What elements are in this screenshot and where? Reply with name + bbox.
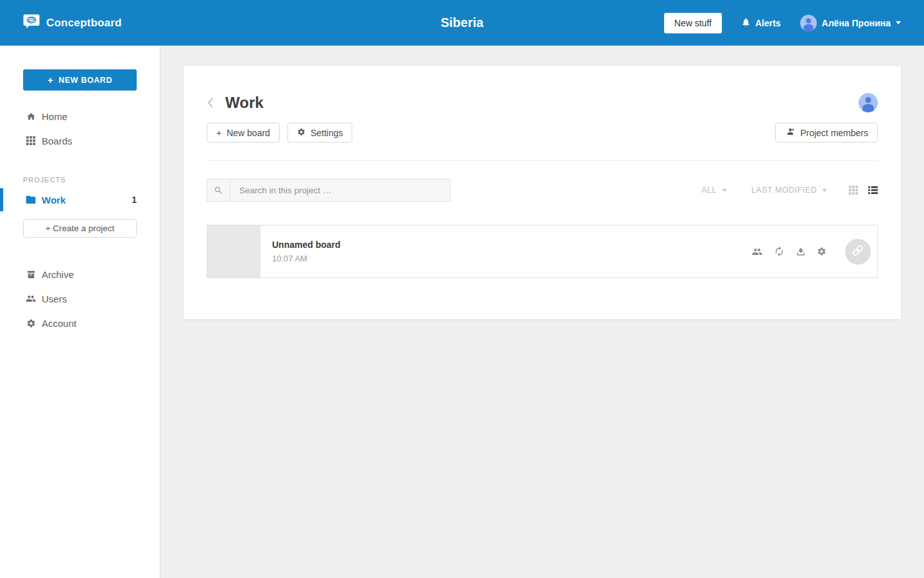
project-title: Work xyxy=(225,94,264,112)
board-actions xyxy=(751,239,877,265)
board-row[interactable]: Unnamed board 10:07 AM xyxy=(207,225,878,278)
search-icon xyxy=(207,179,230,201)
conceptboard-logo-icon xyxy=(23,14,40,31)
project-members-button[interactable]: Project members xyxy=(775,123,878,143)
brand-logo[interactable]: Conceptboard xyxy=(23,14,122,31)
main-content: Work + New board Settings xyxy=(160,46,924,578)
plus-icon: + xyxy=(216,128,221,138)
sidebar-item-label: Home xyxy=(42,111,67,122)
project-members-label: Project members xyxy=(800,128,868,138)
folder-icon xyxy=(26,195,36,204)
user-menu[interactable]: Алёна Пронина xyxy=(800,15,901,31)
projects-heading: PROJECTS xyxy=(23,176,160,184)
sidebar-item-users[interactable]: Users xyxy=(0,286,160,311)
user-name: Алёна Пронина xyxy=(822,18,891,28)
sidebar: + NEW BOARD Home Boards PROJECTS xyxy=(0,46,160,578)
board-settings-gear-icon[interactable] xyxy=(817,247,826,256)
sidebar-item-label: Users xyxy=(42,293,67,304)
alerts-button[interactable]: Alerts xyxy=(741,17,781,29)
new-board-card-label: New board xyxy=(227,128,270,138)
view-filters: ALL LAST MODIFIED xyxy=(701,186,878,195)
chevron-down-icon xyxy=(822,189,827,192)
sort-dropdown[interactable]: LAST MODIFIED xyxy=(751,186,827,195)
person-add-icon xyxy=(785,128,795,138)
sidebar-item-archive[interactable]: Archive xyxy=(0,262,160,286)
board-info: Unnamed board 10:07 AM xyxy=(261,240,341,263)
create-project-button[interactable]: + Create a project xyxy=(23,219,137,238)
board-members-icon[interactable] xyxy=(751,247,763,256)
board-title: Unnamed board xyxy=(272,240,341,250)
project-header: Work xyxy=(207,93,878,112)
grid-view-icon[interactable] xyxy=(849,186,858,195)
project-label: Work xyxy=(42,195,65,206)
board-thumbnail[interactable] xyxy=(207,225,261,277)
filter-all-dropdown[interactable]: ALL xyxy=(701,186,727,195)
list-view-icon[interactable] xyxy=(868,186,878,195)
bell-icon xyxy=(741,17,751,29)
new-board-button-card[interactable]: + New board xyxy=(207,123,280,143)
board-modified-time: 10:07 AM xyxy=(272,254,341,263)
sort-label: LAST MODIFIED xyxy=(751,186,817,195)
sidebar-item-label: Archive xyxy=(42,269,74,280)
settings-label: Settings xyxy=(311,128,343,138)
user-avatar xyxy=(800,15,817,31)
users-icon xyxy=(26,294,36,303)
top-bar: Conceptboard Siberia New stuff Alerts Ал… xyxy=(0,0,924,46)
divider xyxy=(207,160,878,161)
sync-icon[interactable] xyxy=(774,246,785,257)
topbar-actions: New stuff Alerts Алёна Пронина xyxy=(664,13,901,33)
sidebar-nav: Home Boards xyxy=(0,104,160,153)
boards-grid-icon xyxy=(26,136,36,145)
board-link-button[interactable] xyxy=(845,239,871,265)
sidebar-project-work[interactable]: Work 1 xyxy=(0,188,160,211)
gear-icon xyxy=(26,319,36,328)
home-icon xyxy=(26,112,36,121)
back-button[interactable] xyxy=(207,97,214,109)
brand-name: Conceptboard xyxy=(46,17,122,30)
project-board-count: 1 xyxy=(132,195,137,205)
filter-row: ALL LAST MODIFIED xyxy=(207,179,878,202)
search-input[interactable] xyxy=(230,186,450,195)
archive-icon xyxy=(26,270,36,279)
sidebar-item-label: Boards xyxy=(42,136,73,146)
current-board-title: Siberia xyxy=(441,15,484,30)
new-stuff-button[interactable]: New stuff xyxy=(664,13,722,33)
project-member-avatar[interactable] xyxy=(859,93,878,112)
settings-button[interactable]: Settings xyxy=(287,123,353,143)
chevron-down-icon xyxy=(722,189,727,192)
link-icon xyxy=(851,243,865,259)
search-box[interactable] xyxy=(207,179,450,202)
sidebar-item-boards[interactable]: Boards xyxy=(0,128,160,153)
new-board-label: NEW BOARD xyxy=(58,76,112,85)
download-icon[interactable] xyxy=(796,247,806,257)
chevron-down-icon xyxy=(896,21,901,24)
alerts-label: Alerts xyxy=(755,18,781,28)
active-indicator xyxy=(0,188,3,211)
project-actions: + New board Settings Project members xyxy=(207,123,878,143)
plus-icon: + xyxy=(47,74,53,85)
new-board-button[interactable]: + NEW BOARD xyxy=(23,69,137,91)
filter-all-label: ALL xyxy=(701,186,717,195)
sidebar-item-home[interactable]: Home xyxy=(0,104,160,128)
project-card: Work + New board Settings xyxy=(184,66,901,319)
sidebar-footer-nav: Archive Users Account xyxy=(0,262,160,335)
gear-icon xyxy=(297,128,305,138)
sidebar-item-account[interactable]: Account xyxy=(0,311,160,335)
sidebar-item-label: Account xyxy=(42,318,76,329)
